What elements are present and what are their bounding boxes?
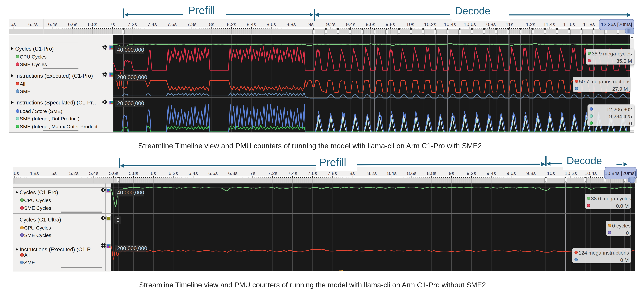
svg-text:Decode: Decode bbox=[566, 155, 602, 166]
svg-text:Prefill: Prefill bbox=[319, 156, 346, 168]
svg-text:Prefill: Prefill bbox=[188, 4, 215, 16]
svg-text:Decode: Decode bbox=[455, 5, 490, 16]
